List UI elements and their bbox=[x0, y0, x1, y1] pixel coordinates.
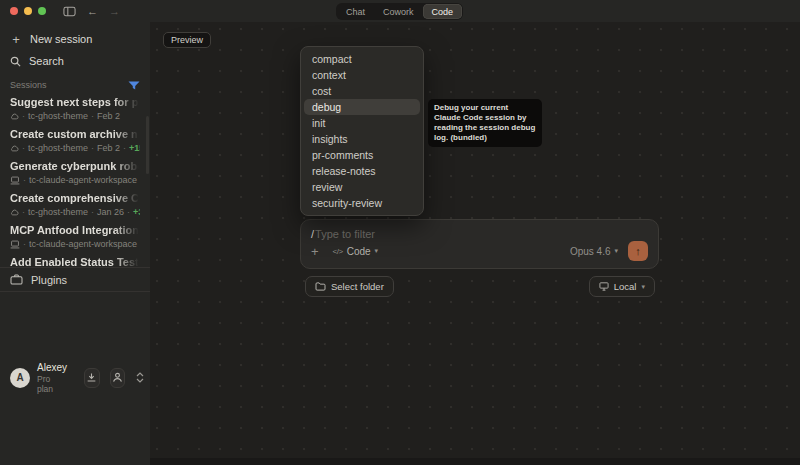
sidebar-toggle-icon[interactable] bbox=[63, 6, 76, 17]
typed-text: / bbox=[311, 228, 314, 240]
user-row[interactable]: A Alexey Pro plan bbox=[0, 291, 150, 465]
menu-item-context[interactable]: context bbox=[304, 67, 420, 83]
model-selector[interactable]: Opus 4.6 ▾ bbox=[570, 246, 618, 257]
sessions-header-label: Sessions bbox=[10, 80, 47, 90]
menu-item-security-review[interactable]: security-review bbox=[304, 195, 420, 211]
search-icon bbox=[10, 56, 21, 67]
chevron-down-icon: ▾ bbox=[375, 247, 379, 255]
session-meta: ·tc-ghost-theme·Feb 2 bbox=[10, 111, 140, 122]
preview-badge: Preview bbox=[163, 32, 211, 48]
plugins-icon bbox=[10, 274, 23, 285]
session-title: Generate cyberpunk robot SVG artw bbox=[10, 160, 140, 173]
menu-item-pr-comments[interactable]: pr-comments bbox=[304, 147, 420, 163]
composer-placeholder: Type to filter bbox=[315, 228, 375, 240]
sidebar-scrollbar[interactable] bbox=[146, 116, 149, 174]
forward-icon[interactable]: → bbox=[109, 6, 120, 17]
menu-item-debug[interactable]: debug bbox=[304, 99, 420, 115]
download-button[interactable] bbox=[84, 368, 99, 388]
session-title: Create custom archive newsletter pu bbox=[10, 128, 140, 141]
titlebar: ← → ChatCoworkCode bbox=[0, 0, 800, 22]
send-button[interactable]: ↑ bbox=[628, 241, 648, 261]
session-meta: ·tc-ghost-theme·Jan 26·+321-0 bbox=[10, 207, 140, 218]
plugins-label: Plugins bbox=[31, 274, 67, 286]
session-item[interactable]: Suggest next steps for project·tc-ghost-… bbox=[10, 96, 140, 128]
chevron-down-icon: ▾ bbox=[641, 283, 645, 291]
local-selector[interactable]: Local ▾ bbox=[589, 276, 655, 297]
session-meta: ·tc-claude-agent-workspace·Jan 28 bbox=[10, 175, 140, 186]
session-repo: tc-claude-agent-workspace bbox=[29, 239, 137, 250]
diff-additions: +321 bbox=[133, 207, 140, 218]
menu-item-review[interactable]: review bbox=[304, 179, 420, 195]
expand-collapse-icon[interactable] bbox=[136, 372, 144, 383]
plus-icon: + bbox=[10, 33, 22, 46]
command-tooltip: Debug your current Claude Code session b… bbox=[428, 99, 542, 147]
search-label: Search bbox=[29, 55, 64, 67]
menu-item-cost[interactable]: cost bbox=[304, 83, 420, 99]
window-zoom-button[interactable] bbox=[38, 7, 46, 15]
menu-item-compact[interactable]: compact bbox=[304, 51, 420, 67]
workspace-icon bbox=[10, 240, 20, 249]
window-close-button[interactable] bbox=[10, 7, 18, 15]
session-title: MCP Antfood Integration bbox=[10, 224, 140, 237]
new-session-button[interactable]: + New session bbox=[10, 28, 140, 50]
session-item[interactable]: MCP Antfood Integration·tc-claude-agent-… bbox=[10, 224, 140, 256]
user-name: Alexey bbox=[37, 362, 67, 374]
sessions-header: Sessions bbox=[10, 76, 140, 94]
menu-item-release-notes[interactable]: release-notes bbox=[304, 163, 420, 179]
window-minimize-button[interactable] bbox=[24, 7, 32, 15]
local-label: Local bbox=[614, 281, 637, 292]
session-meta: ·tc-ghost-theme·Feb 2·+155-0 bbox=[10, 143, 140, 154]
menu-item-insights[interactable]: insights bbox=[304, 131, 420, 147]
select-folder-label: Select folder bbox=[331, 281, 384, 292]
session-date: Feb 2 bbox=[97, 143, 120, 154]
tab-code[interactable]: Code bbox=[423, 4, 463, 19]
session-repo: tc-ghost-theme bbox=[28, 111, 88, 122]
session-title: Add Enabled Status Test bbox=[10, 256, 140, 267]
cloud-icon bbox=[10, 208, 19, 217]
window-bottom-shade bbox=[150, 458, 800, 465]
session-item[interactable]: Add Enabled Status Test·tc-ghost-theme·J… bbox=[10, 256, 140, 267]
session-repo: tc-ghost-theme bbox=[28, 143, 88, 154]
composer-input[interactable]: / Type to filter bbox=[311, 228, 648, 240]
mode-label: Code bbox=[347, 246, 371, 257]
session-item[interactable]: Generate cyberpunk robot SVG artw·tc-cla… bbox=[10, 160, 140, 192]
tab-cowork[interactable]: Cowork bbox=[374, 4, 423, 19]
new-session-label: New session bbox=[30, 33, 92, 45]
cloud-icon bbox=[10, 144, 19, 153]
slash-command-menu: compactcontextcostdebuginitinsightspr-co… bbox=[300, 46, 424, 216]
session-title: Create comprehensive CLAUDE.md bbox=[10, 192, 140, 205]
mode-tabs: ChatCoworkCode bbox=[336, 3, 463, 20]
diff-additions: +155 bbox=[129, 143, 140, 154]
session-date: Feb 2 bbox=[97, 111, 120, 122]
session-repo: tc-ghost-theme bbox=[28, 207, 88, 218]
back-icon[interactable]: ← bbox=[87, 6, 98, 17]
workspace-icon bbox=[10, 176, 20, 185]
session-date: Jan 26 bbox=[97, 207, 124, 218]
session-item[interactable]: Create custom archive newsletter pu·tc-g… bbox=[10, 128, 140, 160]
menu-item-init[interactable]: init bbox=[304, 115, 420, 131]
main-canvas: Preview compactcontextcostdebuginitinsig… bbox=[150, 22, 800, 465]
session-repo: tc-claude-agent-workspace bbox=[29, 175, 137, 186]
session-title: Suggest next steps for project bbox=[10, 96, 140, 109]
code-icon: </> bbox=[333, 247, 343, 256]
attach-plus-icon[interactable]: + bbox=[311, 245, 319, 258]
mode-selector[interactable]: </> Code ▾ bbox=[333, 246, 379, 257]
session-item[interactable]: Create comprehensive CLAUDE.md·tc-ghost-… bbox=[10, 192, 140, 224]
monitor-icon bbox=[599, 282, 609, 291]
folder-icon bbox=[315, 282, 326, 291]
tab-chat[interactable]: Chat bbox=[337, 4, 374, 19]
search-button[interactable]: Search bbox=[10, 50, 140, 72]
composer[interactable]: / Type to filter + </> Code ▾ Opus 4.6 ▾… bbox=[300, 219, 659, 269]
sidebar-item-plugins[interactable]: Plugins bbox=[0, 267, 150, 291]
cloud-icon bbox=[10, 112, 19, 121]
avatar: A bbox=[10, 368, 30, 388]
chevron-down-icon: ▾ bbox=[614, 247, 618, 255]
agent-icon[interactable] bbox=[110, 368, 125, 388]
sidebar: + New session Search Sessions bbox=[0, 22, 150, 465]
select-folder-button[interactable]: Select folder bbox=[305, 276, 394, 297]
session-meta: ·tc-claude-agent-workspace·Jan 23 bbox=[10, 239, 140, 250]
sessions-list: Suggest next steps for project·tc-ghost-… bbox=[0, 94, 150, 267]
model-label: Opus 4.6 bbox=[570, 246, 611, 257]
filter-icon[interactable] bbox=[128, 81, 140, 90]
user-plan: Pro plan bbox=[37, 374, 67, 394]
